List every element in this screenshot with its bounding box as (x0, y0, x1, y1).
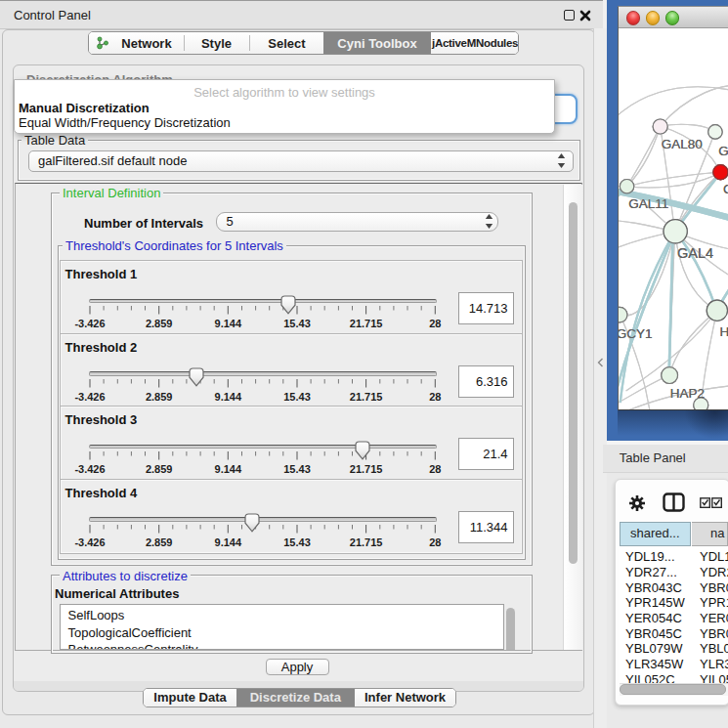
svg-text:GCY1: GCY1 (619, 326, 653, 341)
svg-text:H: H (719, 324, 728, 339)
svg-text:C: C (723, 182, 728, 196)
svg-text:HAP2: HAP2 (670, 386, 705, 401)
svg-text:GAL80: GAL80 (661, 137, 702, 151)
svg-text:GA: GA (718, 144, 728, 158)
svg-text:GAL11: GAL11 (628, 196, 668, 211)
svg-text:GAL4: GAL4 (677, 245, 713, 261)
